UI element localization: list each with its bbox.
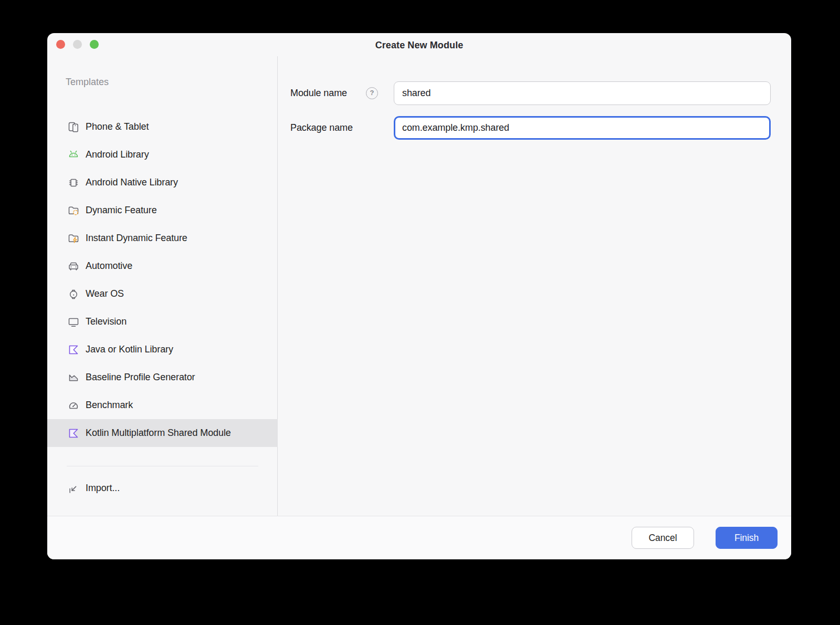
titlebar: Create New Module [47, 33, 791, 56]
template-item-dynamic-feature[interactable]: Dynamic Feature [47, 196, 278, 224]
kotlin-icon [67, 343, 80, 356]
module-form: Module name ? Package name [278, 56, 791, 516]
folder-lightning-icon [67, 232, 80, 245]
template-item-label: Baseline Profile Generator [86, 372, 195, 383]
template-item-instant-dynamic-feature[interactable]: Instant Dynamic Feature [47, 224, 278, 252]
template-item-android-library[interactable]: Android Library [47, 141, 278, 169]
sidebar-divider [67, 466, 258, 466]
module-name-label: Module name [290, 81, 347, 105]
template-item-label: Android Native Library [86, 177, 178, 188]
template-item-label: Wear OS [86, 288, 124, 299]
template-item-java-kotlin-library[interactable]: Java or Kotlin Library [47, 336, 278, 363]
watch-icon [67, 288, 80, 300]
template-item-baseline-profile-generator[interactable]: Baseline Profile Generator [47, 363, 278, 391]
import-label: Import... [86, 483, 120, 494]
import-button[interactable]: Import... [47, 474, 278, 502]
template-item-label: Television [86, 316, 127, 327]
gauge-icon [67, 399, 80, 412]
import-icon [67, 482, 80, 495]
dialog-title: Create New Module [47, 33, 791, 56]
template-item-kotlin-multiplatform-shared-module[interactable]: Kotlin Multiplatform Shared Module [47, 419, 278, 447]
package-name-label: Package name [290, 116, 353, 140]
tv-icon [67, 316, 80, 328]
template-item-label: Automotive [86, 261, 132, 272]
kotlin-icon [67, 427, 80, 440]
template-item-label: Benchmark [86, 400, 133, 411]
templates-heading: Templates [66, 76, 109, 88]
chip-icon [67, 176, 80, 189]
template-item-benchmark[interactable]: Benchmark [47, 391, 278, 419]
create-new-module-dialog: Create New Module Templates Phone & Tabl… [47, 33, 791, 559]
help-icon[interactable]: ? [366, 87, 378, 99]
android-icon [67, 149, 80, 161]
template-item-wear-os[interactable]: Wear OS [47, 280, 278, 308]
template-item-label: Dynamic Feature [86, 205, 157, 216]
cancel-button[interactable]: Cancel [632, 527, 694, 549]
templates-sidebar: Templates Phone & Tablet [47, 56, 278, 516]
template-item-phone-tablet[interactable]: Phone & Tablet [47, 113, 278, 141]
finish-button[interactable]: Finish [716, 527, 778, 549]
car-icon [67, 260, 80, 273]
area-chart-icon [67, 371, 80, 384]
template-item-automotive[interactable]: Automotive [47, 252, 278, 280]
package-name-input[interactable] [394, 116, 771, 140]
template-item-label: Kotlin Multiplatform Shared Module [86, 428, 231, 439]
template-item-android-native-library[interactable]: Android Native Library [47, 169, 278, 196]
phone-tablet-icon [67, 121, 80, 133]
template-item-label: Java or Kotlin Library [86, 344, 173, 355]
template-item-label: Android Library [86, 149, 149, 160]
module-name-input[interactable] [394, 81, 771, 105]
template-item-label: Phone & Tablet [86, 121, 149, 132]
template-list: Phone & Tablet Android Library [47, 113, 278, 447]
folder-dashed-circle-icon [67, 204, 80, 217]
template-item-television[interactable]: Television [47, 308, 278, 336]
dialog-footer: Cancel Finish [47, 516, 791, 559]
template-item-label: Instant Dynamic Feature [86, 233, 187, 244]
